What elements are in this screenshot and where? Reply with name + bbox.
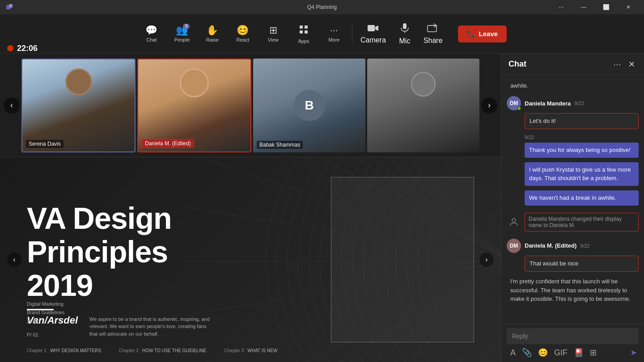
react-icon: 😊 [237,25,249,35]
svg-point-28 [512,219,516,222]
slide-title: VA Design Principles 2019 [27,202,172,302]
system-message: Daniela Mandera changed their display na… [507,211,639,233]
system-text: Daniela Mandera changed their display na… [525,213,639,232]
leave-label: Leave [479,30,498,38]
slide-box [331,177,474,342]
chat-more-btn[interactable]: ⋯ [611,58,623,71]
share-label: Share [424,37,443,45]
slide-description: We aspire to be a brand that is authenti… [89,316,215,338]
share-icon [427,23,439,35]
chat-message-group-2: 9/22 Thank you for always being so posit… [507,135,639,206]
more-options-reply-btn[interactable]: ⊞ [588,347,598,358]
apps-label: Apps [298,38,309,44]
title-bar-left [5,3,14,12]
slide-chapter-2: Chapter 2 HOW TO USE THE GUIDELINE [119,348,206,353]
chat-bubble-2c: We haven't had a break in awhile. [525,190,639,206]
recording-dot [7,45,13,51]
slide-nav-next[interactable]: › [479,253,494,267]
participant-name-daniela: Daniela M. (Edited) [142,139,194,148]
slide-text-area: VA Design Principles 2019 [27,202,172,317]
sticker-btn[interactable]: 🎴 [572,347,585,358]
svg-rect-1 [9,4,13,8]
mic-label: Mic [399,37,410,45]
svg-rect-4 [300,30,303,34]
slide-nav-prev[interactable]: ‹ [7,253,21,267]
chat-title: Chat [508,59,526,69]
apps-button[interactable]: Apps [289,18,318,50]
chat-msg-continuation-2: I'm pretty confident that this launch wi… [507,277,639,303]
chat-icon: 💬 [145,25,157,35]
strip-nav-left[interactable]: ‹ [4,97,20,114]
attach-btn[interactable]: 📎 [520,347,534,358]
raise-icon: ✋ [206,25,218,35]
mic-icon [400,23,409,35]
reply-placeholder: Reply [512,333,633,340]
participant-name-serena: Serena Davis [26,140,64,148]
chat-time-1: 9/22 [574,101,584,106]
mic-button[interactable]: Mic [392,18,417,50]
maximize-btn[interactable]: ⬜ [596,0,616,14]
more-icon: ··· [330,25,338,35]
chat-button[interactable]: 💬 Chat [137,18,166,50]
avatar-daniela-1: DM [507,96,521,110]
gif-btn[interactable]: GIF [552,347,569,358]
main-area: ‹ Serena Davis Daniela M. (Edited) B [0,54,644,362]
slide-divider [27,309,54,311]
apps-icon [298,24,309,37]
format-text-btn[interactable]: A [508,347,517,358]
participant-bg-unknown [367,59,479,152]
presentation-area: VA Design Principles 2019 Van/Arsdel P/ … [0,157,501,362]
chat-bubble-3: That would be nice [525,256,639,272]
slide-chapter-1: Chapter 1 WHY DESIGN MATTERS [27,348,101,353]
chat-sender-1: Daniela Mandera [525,100,571,107]
chat-msg-continuation: awhile. [507,82,639,91]
strip-nav-right[interactable]: › [481,97,497,114]
emoji-btn[interactable]: 😊 [536,347,550,358]
svg-rect-8 [403,23,407,29]
chat-bubble-2b: I will push Krystal to give us a few mor… [525,162,639,185]
send-btn[interactable]: ➤ [630,348,637,358]
avatar-daniela-2: DM [507,239,521,253]
raise-label: Raise [206,37,219,42]
camera-label: Camera [360,36,386,44]
close-btn[interactable]: ✕ [618,0,639,14]
participant-tile-daniela[interactable]: Daniela M. (Edited) [137,59,251,152]
chat-msg-header-1: DM Daniela Mandera 9/22 [507,96,639,110]
share-button[interactable]: Share [419,18,447,50]
svg-rect-5 [305,30,308,34]
react-button[interactable]: 😊 React [229,18,257,50]
camera-button[interactable]: Camera [356,18,390,50]
react-label: React [237,37,250,42]
svg-rect-2 [300,25,303,29]
recording-time: 22:06 [17,44,38,53]
svg-marker-7 [375,25,378,31]
view-icon: ⊞ [269,25,277,35]
chat-time-2: 9/22 [525,135,534,140]
slide-content: VA Design Principles 2019 Van/Arsdel P/ … [0,157,501,362]
view-button[interactable]: ⊞ View [259,18,288,50]
chat-panel: Chat ⋯ ✕ awhile. DM Daniela Mandera 9/22 [501,54,644,362]
chat-bubble-1: Let's do it! [525,113,639,129]
meeting-toolbar: 22:06 💬 Chat 👥 9 People ✋ Raise 😊 React … [0,14,644,54]
participant-tile-unknown[interactable] [367,59,479,152]
chat-messages: awhile. DM Daniela Mandera 9/22 Let's do… [501,75,644,324]
minimize-btn[interactable]: — [573,0,594,14]
leave-button[interactable]: 📞 Leave [458,25,507,42]
people-badge: 9 [183,24,190,29]
chat-time-3: 9/22 [580,243,589,248]
people-icon: 👥 9 [176,25,188,35]
system-icon [507,215,521,229]
participant-tile-babak[interactable]: B Babak Shammas [253,59,365,152]
teams-logo-icon [5,3,14,12]
people-button[interactable]: 👥 9 People [168,18,196,50]
raise-button[interactable]: ✋ Raise [198,18,227,50]
more-options-btn[interactable]: ⋯ [551,0,572,14]
participant-tile-serena[interactable]: Serena Davis [21,59,136,152]
svg-rect-3 [305,25,308,29]
video-area: ‹ Serena Davis Daniela M. (Edited) B [0,54,501,362]
reply-input[interactable]: Reply [507,328,639,344]
chat-close-btn[interactable]: ✕ [627,58,637,71]
chat-sender-3: Daniela M. (Edited) [525,242,576,249]
participant-name-babak: Babak Shammas [257,141,303,149]
more-button[interactable]: ··· More [320,18,348,50]
